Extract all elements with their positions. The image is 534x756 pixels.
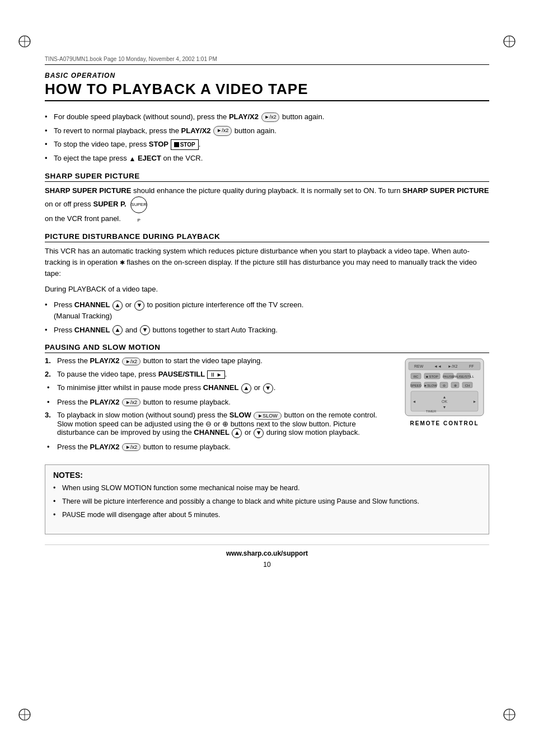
tracking-icon: ✱ — [120, 258, 125, 267]
stop-square-icon — [174, 142, 179, 147]
channel-down-arrow: ▼ — [134, 300, 144, 311]
sharp-super-picture-title: SHARP SUPER PICTURE — [45, 172, 489, 182]
bullet-1: For double speed playback (without sound… — [45, 111, 489, 123]
file-info: TINS-A079UMN1.book Page 10 Monday, Novem… — [45, 56, 489, 65]
footer-url-text: www.sharp.co.uk/support — [226, 550, 308, 557]
resume-bullet-1-dot: • — [47, 398, 54, 407]
stop-button-icon: STOP — [171, 139, 199, 150]
step-1-num: 1. — [45, 356, 54, 365]
play-x2-badge-1: ►/x2 — [261, 112, 280, 123]
svg-text:CH: CH — [465, 384, 470, 387]
bullet-3: To stop the video tape, press STOP STOP. — [45, 139, 489, 150]
page-number: 10 — [45, 561, 489, 569]
channel-down-3: ▼ — [263, 383, 273, 393]
svg-text:⊕: ⊕ — [454, 384, 457, 387]
slow-badge: ►SLOW — [254, 412, 281, 420]
svg-text:PAUSE: PAUSE — [443, 375, 454, 378]
svg-text:SPEED: SPEED — [410, 384, 422, 387]
notes-title: NOTES: — [53, 471, 481, 480]
step-1-text: Press the PLAY/X2 ►/x2 button to start t… — [57, 356, 263, 365]
remote-control-label: REMOTE CONTROL — [410, 420, 479, 426]
notes-bullets: When using SLOW MOTION function some mec… — [53, 483, 481, 520]
intro-bullets: For double speed playback (without sound… — [45, 111, 489, 164]
svg-text:◄: ◄ — [413, 400, 416, 403]
note-1: When using SLOW MOTION function some mec… — [53, 483, 481, 494]
bullet-4: To eject the tape press ▲ EJECT on the V… — [45, 153, 489, 164]
channel-up-4: ▲ — [232, 428, 242, 438]
svg-text:►SLOW: ►SLOW — [424, 384, 437, 387]
resume-bullet-1: • Press the PLAY/X2 ►/x2 button to resum… — [45, 398, 391, 407]
channel-down-4: ▼ — [254, 428, 264, 438]
resume-bullet-1-text: Press the PLAY/X2 ►/x2 button to resume … — [57, 398, 231, 407]
pausing-slow-title: PAUSING AND SLOW MOTION — [45, 343, 489, 353]
content-area: TINS-A079UMN1.book Page 10 Monday, Novem… — [45, 56, 489, 711]
playback-sub-label: During PLAYBACK of a video tape. — [45, 284, 489, 295]
step-2-text: To pause the video tape, press PAUSE/STI… — [57, 370, 227, 379]
super-p-circle: SUPER P — [130, 196, 147, 213]
pause-still-icon: ⏸► — [207, 370, 225, 379]
play-x2-badge-resume2: ►/x2 — [122, 443, 140, 451]
note-3: PAUSE mode will disengage after about 5 … — [53, 510, 481, 520]
corner-mark-br — [502, 707, 517, 722]
svg-text:■ STOP: ■ STOP — [426, 375, 438, 378]
play-x2-badge-step1: ►/x2 — [122, 358, 140, 365]
note-2: There will be picture interference and p… — [53, 496, 481, 507]
step-2b-text: To minimise jitter whilst in pause mode … — [57, 383, 275, 393]
file-info-text: TINS-A079UMN1.book Page 10 Monday, Novem… — [45, 56, 217, 62]
corner-mark-tr — [502, 34, 517, 49]
corner-mark-bl — [17, 707, 32, 722]
svg-text:OK: OK — [442, 400, 447, 403]
page: TINS-A079UMN1.book Page 10 Monday, Novem… — [0, 0, 534, 756]
step-2-num: 2. — [45, 370, 54, 379]
step-3-num: 3. — [45, 411, 54, 438]
svg-text:►: ► — [473, 400, 477, 403]
resume-bullet-2-text: Press the PLAY/X2 ►/x2 button to resume … — [57, 443, 231, 452]
svg-text:▼: ▼ — [443, 405, 447, 409]
pausing-section: 1. Press the PLAY/X2 ►/x2 button to star… — [45, 356, 489, 456]
play-x2-badge-2: ►/x2 — [213, 126, 232, 136]
step-2b: • To minimise jitter whilst in pause mod… — [45, 383, 391, 393]
step-2: 2. To pause the video tape, press PAUSE/… — [45, 370, 391, 379]
channel-up-arrow-2: ▲ — [113, 325, 123, 335]
svg-text:◄◄: ◄◄ — [434, 364, 442, 368]
svg-text:RC: RC — [414, 375, 419, 378]
play-x2-badge-resume1: ►/x2 — [122, 398, 140, 406]
channel-up-arrow: ▲ — [113, 300, 123, 311]
footer-url: www.sharp.co.uk/support — [45, 544, 489, 557]
channel-up-3: ▲ — [241, 383, 251, 393]
svg-text:►/X2: ►/X2 — [448, 364, 458, 368]
resume-bullet-2: • Press the PLAY/X2 ►/x2 button to resum… — [45, 443, 391, 452]
pausing-right-col: REW ◄◄ ►/X2 FF RC ■ STOP PAUSE PAUSE/STI… — [400, 356, 489, 426]
bullet-2: To revert to normal playback, press the … — [45, 125, 489, 137]
svg-text:TIMER: TIMER — [426, 410, 437, 413]
sharp-super-picture-body: SHARP SUPER PICTURE should enhance the p… — [45, 185, 489, 224]
svg-text:▲: ▲ — [443, 395, 447, 399]
pd-bullet-1: Press CHANNEL ▲ or ▼ to position picture… — [45, 299, 489, 321]
remote-control-illustration: REW ◄◄ ►/X2 FF RC ■ STOP PAUSE PAUSE/STI… — [400, 356, 489, 426]
resume-bullet-2-dot: • — [47, 443, 54, 452]
step-1: 1. Press the PLAY/X2 ►/x2 button to star… — [45, 356, 391, 365]
svg-text:REW: REW — [414, 364, 424, 368]
picture-disturbance-bullets: Press CHANNEL ▲ or ▼ to position picture… — [45, 299, 489, 335]
section-label: BASIC OPERATION — [45, 72, 489, 79]
pausing-left-col: 1. Press the PLAY/X2 ►/x2 button to star… — [45, 356, 391, 456]
step-2b-bullet: • — [47, 383, 54, 393]
channel-down-arrow-2: ▼ — [140, 325, 150, 335]
remote-svg: REW ◄◄ ►/X2 FF RC ■ STOP PAUSE PAUSE/STI… — [403, 356, 486, 418]
picture-disturbance-title: PICTURE DISTURBANCE DURING PLAYBACK — [45, 232, 489, 242]
main-title: HOW TO PLAYBACK A VIDEO TAPE — [45, 81, 489, 101]
notes-section: NOTES: When using SLOW MOTION function s… — [45, 464, 489, 534]
svg-text:FF: FF — [469, 364, 474, 368]
pd-bullet-2: Press CHANNEL ▲ and ▼ buttons together t… — [45, 325, 489, 336]
svg-text:PAUSE/STILL: PAUSE/STILL — [453, 375, 474, 378]
corner-mark-tl — [17, 34, 32, 49]
svg-text:⊖: ⊖ — [443, 384, 446, 387]
step-3: 3. To playback in slow motion (without s… — [45, 411, 391, 438]
pause-bars: ⏸ — [210, 372, 216, 378]
picture-disturbance-body: This VCR has an automatic tracking syste… — [45, 246, 489, 279]
step-3-text: To playback in slow motion (without soun… — [57, 411, 391, 438]
